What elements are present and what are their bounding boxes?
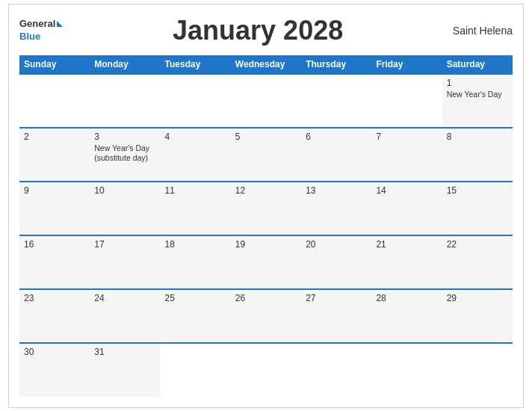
day-number: 12 [235,185,297,196]
day-number: 30 [24,347,85,357]
calendar-cell: 30 [19,343,90,397]
calendar-cell [371,74,442,128]
calendar-cell: 29 [442,289,513,343]
calendar-cell [161,74,231,128]
weekday-header-thursday: Thursday [301,55,371,74]
day-number: 9 [24,185,85,196]
calendar-cell: 27 [301,289,371,343]
logo-triangle-icon [57,21,63,27]
calendar-cell: 5 [231,128,301,182]
calendar-cell [442,343,513,397]
calendar-cell: 24 [90,289,160,343]
day-number: 1 [447,78,508,88]
day-number: 31 [94,347,155,357]
weekday-header-sunday: Sunday [19,55,90,74]
day-number: 7 [376,132,437,142]
logo-general-text: General [19,18,55,30]
calendar-week-row: 16171819202122 [19,235,513,289]
weekday-header-friday: Friday [371,55,442,74]
day-number: 19 [235,239,297,250]
calendar-cell [231,74,301,128]
calendar-cell: 10 [90,182,160,235]
calendar-cell: 15 [442,182,513,235]
calendar-cell: 12 [231,182,301,235]
day-number: 11 [165,185,226,196]
day-number: 27 [306,293,367,303]
calendar-cell: 11 [161,182,231,235]
day-number: 3 [94,132,155,142]
logo-blue-text: Blue [19,31,40,42]
weekday-header-saturday: Saturday [442,55,513,74]
day-number: 2 [24,132,85,142]
logo-area: General Blue [19,18,63,43]
calendar-week-row: 3031 [19,343,513,397]
day-number: 15 [447,185,508,196]
day-number: 14 [376,185,437,196]
day-number: 28 [376,293,437,303]
calendar-cell: 9 [19,182,90,235]
weekday-header-row: SundayMondayTuesdayWednesdayThursdayFrid… [19,55,513,74]
calendar-cell: 14 [371,182,442,235]
event-text: New Year's Day [94,143,155,154]
calendar-week-row: 23New Year's Day(substitute day)45678 [19,128,513,182]
calendar-cell: 16 [19,235,90,289]
day-number: 26 [235,293,297,303]
day-number: 21 [376,239,437,250]
day-number: 6 [306,132,367,142]
calendar-cell: 22 [442,235,513,289]
day-number: 4 [165,132,226,142]
calendar-cell: 26 [231,289,301,343]
calendar-cell [19,74,90,128]
calendar-container: General Blue January 2028 Saint Helena S… [8,4,524,408]
calendar-cell [371,343,442,397]
day-number: 5 [235,132,297,142]
calendar-cell: 17 [90,235,160,289]
day-number: 13 [306,185,367,196]
event-text: New Year's Day [447,90,508,100]
calendar-region: Saint Helena [453,25,513,37]
calendar-header: General Blue January 2028 Saint Helena [19,12,513,49]
event-text: (substitute day) [94,153,155,164]
calendar-table: SundayMondayTuesdayWednesdayThursdayFrid… [19,55,513,397]
calendar-cell [161,343,231,397]
calendar-week-row: 1New Year's Day [19,74,513,128]
weekday-header-monday: Monday [90,55,160,74]
day-number: 18 [165,239,226,250]
calendar-cell: 8 [442,128,513,182]
day-number: 16 [24,239,85,250]
day-number: 22 [447,239,508,250]
calendar-cell: 6 [301,128,371,182]
calendar-cell: 4 [161,128,231,182]
calendar-cell: 1New Year's Day [442,74,513,128]
calendar-title: January 2028 [173,15,343,46]
calendar-cell: 19 [231,235,301,289]
day-number: 29 [447,293,508,303]
calendar-cell: 7 [371,128,442,182]
day-number: 10 [94,185,155,196]
day-number: 23 [24,293,85,303]
calendar-cell: 23 [19,289,90,343]
day-number: 25 [165,293,226,303]
calendar-cell: 21 [371,235,442,289]
calendar-week-row: 9101112131415 [19,182,513,235]
calendar-cell: 18 [161,235,231,289]
day-number: 17 [94,239,155,250]
calendar-cell [301,74,371,128]
calendar-cell: 31 [90,343,160,397]
day-number: 24 [94,293,155,303]
calendar-cell [90,74,160,128]
calendar-cell [301,343,371,397]
weekday-header-tuesday: Tuesday [161,55,231,74]
day-number: 8 [447,132,508,142]
calendar-cell: 3New Year's Day(substitute day) [90,128,160,182]
calendar-cell: 20 [301,235,371,289]
weekday-header-wednesday: Wednesday [231,55,301,74]
calendar-week-row: 23242526272829 [19,289,513,343]
calendar-cell: 25 [161,289,231,343]
calendar-cell: 28 [371,289,442,343]
calendar-cell [231,343,301,397]
calendar-cell: 13 [301,182,371,235]
day-number: 20 [306,239,367,250]
calendar-cell: 2 [19,128,90,182]
